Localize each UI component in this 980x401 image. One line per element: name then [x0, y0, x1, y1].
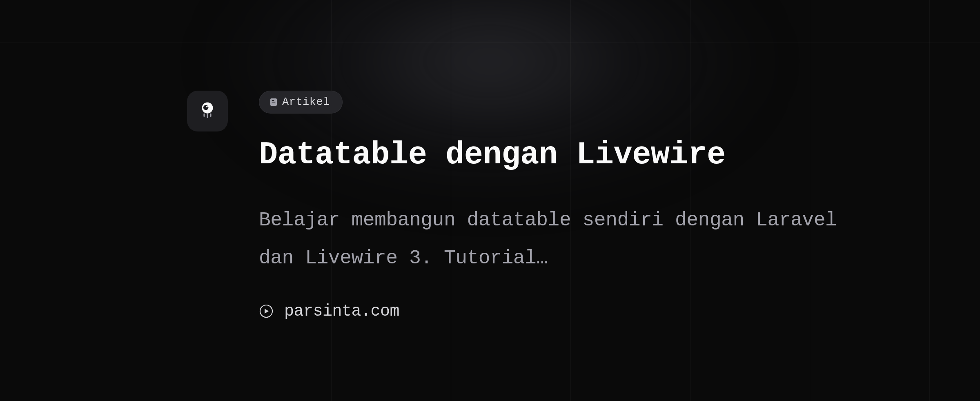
source-row[interactable]: parsinta.com — [259, 302, 843, 321]
category-pill[interactable]: Artikel — [259, 91, 343, 114]
svg-rect-5 — [210, 113, 212, 117]
svg-point-2 — [206, 105, 207, 107]
article-title: Datatable dengan Livewire — [259, 138, 843, 173]
article-description: Belajar membangun datatable sendiri deng… — [259, 201, 843, 278]
logo-icon — [198, 101, 217, 122]
main-content: Artikel Datatable dengan Livewire Belaja… — [259, 91, 843, 321]
document-icon — [269, 98, 278, 107]
logo-badge — [187, 91, 228, 131]
svg-point-1 — [203, 105, 208, 110]
source-label: parsinta.com — [284, 302, 399, 321]
svg-rect-7 — [272, 100, 274, 101]
category-label: Artikel — [282, 96, 330, 108]
svg-rect-3 — [203, 113, 205, 117]
svg-rect-8 — [272, 102, 276, 102]
svg-rect-4 — [207, 113, 208, 118]
play-circle-icon — [259, 304, 274, 319]
content-wrapper: Artikel Datatable dengan Livewire Belaja… — [0, 0, 980, 321]
